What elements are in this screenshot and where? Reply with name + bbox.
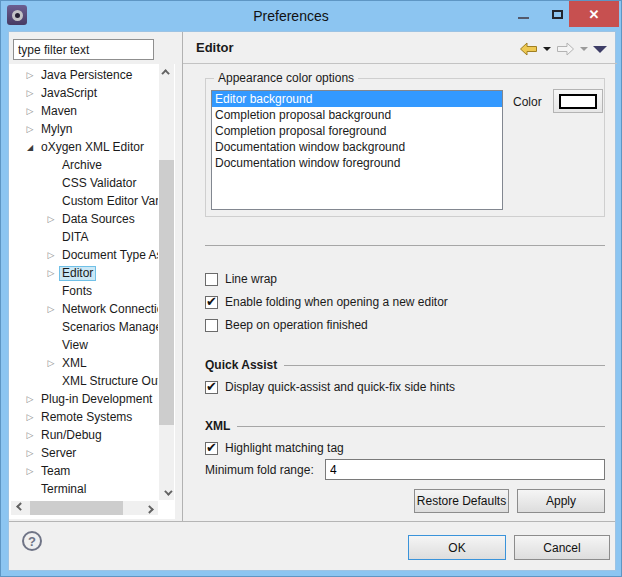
tree-collapsed-icon[interactable]: ▷ — [44, 250, 58, 260]
tree-item[interactable]: ▷Data Sources — [9, 210, 158, 228]
tree-item[interactable]: ▷Document Type Ass — [9, 246, 158, 264]
editor-general-options: Line wrapEnable folding when opening a n… — [205, 271, 605, 340]
color-picker-button[interactable] — [553, 89, 603, 113]
tree-item[interactable]: ▷Editor — [9, 264, 158, 282]
tree-item[interactable]: View — [9, 336, 158, 354]
maximize-button[interactable] — [543, 1, 571, 27]
tree-item[interactable]: ▷Remote Systems — [9, 408, 158, 426]
tree-item[interactable]: ▷Maven — [9, 102, 158, 120]
tree-item-label: Team — [38, 464, 73, 479]
tree-collapsed-icon[interactable]: ▷ — [23, 430, 37, 440]
scroll-right-button[interactable] — [143, 501, 158, 515]
color-option[interactable]: Documentation window background — [212, 139, 502, 155]
checkbox[interactable] — [205, 273, 218, 286]
tree-item[interactable]: Scenarios Managem — [9, 318, 158, 336]
checkbox-label: Line wrap — [225, 272, 277, 286]
tree-collapsed-icon[interactable]: ▷ — [23, 448, 37, 458]
checkbox-label: Display quick-assist and quick-fix side … — [225, 380, 455, 394]
checkbox-label: Highlight matching tag — [225, 441, 344, 455]
tree-collapsed-icon[interactable]: ▷ — [23, 88, 37, 98]
checkbox[interactable] — [205, 381, 218, 394]
tree-item[interactable]: Terminal — [9, 480, 158, 498]
vertical-scroll-thumb[interactable] — [159, 160, 174, 425]
filter-input[interactable] — [13, 39, 154, 60]
tree-item[interactable]: ▷Java Persistence — [9, 66, 158, 84]
forward-menu-button[interactable] — [580, 41, 588, 57]
tree-item[interactable]: ▷Team — [9, 462, 158, 480]
color-options-list[interactable]: Editor backgroundCompletion proposal bac… — [211, 90, 503, 210]
color-option[interactable]: Completion proposal background — [212, 107, 502, 123]
checkbox-label: Enable folding when opening a new editor — [225, 295, 448, 309]
scroll-down-button[interactable] — [159, 485, 174, 500]
checkbox[interactable] — [205, 319, 218, 332]
horizontal-scroll-thumb[interactable] — [30, 501, 123, 515]
chevron-right-icon — [145, 505, 153, 513]
back-button[interactable] — [519, 41, 538, 57]
tree-item[interactable]: XML Structure Outli — [9, 372, 158, 390]
gear-icon — [12, 10, 23, 21]
tree-item[interactable]: ▷JavaScript — [9, 84, 158, 102]
checkbox[interactable] — [205, 442, 218, 455]
back-menu-button[interactable] — [543, 41, 551, 57]
close-button[interactable]: ✕ — [569, 1, 619, 27]
chevron-down-icon — [164, 487, 172, 495]
checkbox-row[interactable]: Highlight matching tag — [205, 440, 605, 456]
tree-item[interactable]: Custom Editor Varia — [9, 192, 158, 210]
checkbox-row[interactable]: Line wrap — [205, 271, 605, 287]
tree-collapsed-icon[interactable]: ▷ — [23, 412, 37, 422]
scroll-up-button[interactable] — [159, 64, 174, 79]
apply-button[interactable]: Apply — [517, 489, 605, 513]
tree-item-label: CSS Validator — [59, 176, 139, 191]
forward-button[interactable] — [556, 41, 575, 57]
tree-collapsed-icon[interactable]: ▷ — [44, 358, 58, 368]
tree-item[interactable]: ◢oXygen XML Editor — [9, 138, 158, 156]
section-rule — [237, 426, 605, 427]
tree-collapsed-icon[interactable]: ▷ — [23, 124, 37, 134]
tree-item-label: Document Type Ass — [59, 248, 158, 263]
color-option[interactable]: Editor background — [212, 91, 502, 107]
tree-collapsed-icon[interactable]: ▷ — [44, 304, 58, 314]
tree-item[interactable]: ▷Plug-in Development — [9, 390, 158, 408]
tree-collapsed-icon[interactable]: ▷ — [23, 466, 37, 476]
tree-item[interactable]: Archive — [9, 156, 158, 174]
title-bar[interactable]: Preferences ✕ — [1, 1, 621, 31]
tree-item-label: Plug-in Development — [38, 392, 155, 407]
minimize-button[interactable] — [509, 1, 537, 27]
tree-item[interactable]: ▷Network Connection — [9, 300, 158, 318]
tree-item-label: Java Persistence — [38, 68, 135, 83]
checkbox-row[interactable]: Beep on operation finished — [205, 317, 605, 333]
checkbox[interactable] — [205, 296, 218, 309]
tree-item[interactable]: ▷XML — [9, 354, 158, 372]
tree-collapsed-icon[interactable]: ▷ — [23, 394, 37, 404]
tree-item-label: Scenarios Managem — [59, 320, 158, 335]
tree-collapsed-icon[interactable]: ▷ — [44, 268, 58, 278]
section-rule — [284, 365, 605, 366]
tree-expanded-icon[interactable]: ◢ — [23, 143, 37, 152]
minimum-fold-range-input[interactable] — [325, 459, 605, 480]
color-option[interactable]: Documentation window foreground — [212, 155, 502, 171]
cancel-button[interactable]: Cancel — [514, 535, 610, 560]
tree-item[interactable]: ▷Server — [9, 444, 158, 462]
maximize-icon — [552, 10, 563, 19]
tree-collapsed-icon[interactable]: ▷ — [23, 70, 37, 80]
restore-defaults-button[interactable]: Restore Defaults — [414, 489, 509, 513]
ok-button[interactable]: OK — [408, 535, 506, 560]
tree-collapsed-icon[interactable]: ▷ — [44, 214, 58, 224]
tree-horizontal-scrollbar[interactable] — [11, 501, 158, 515]
view-menu-button[interactable] — [593, 41, 607, 57]
checkbox-row[interactable]: Enable folding when opening a new editor — [205, 294, 605, 310]
tree-item[interactable]: DITA — [9, 228, 158, 246]
tree-item[interactable]: CSS Validator — [9, 174, 158, 192]
checkbox-row[interactable]: Display quick-assist and quick-fix side … — [205, 379, 605, 395]
tree-item[interactable]: ▷Run/Debug — [9, 426, 158, 444]
scroll-left-button[interactable] — [11, 501, 26, 515]
color-option[interactable]: Completion proposal foreground — [212, 123, 502, 139]
tree-item[interactable]: ▷Mylyn — [9, 120, 158, 138]
tree-item-label: Run/Debug — [38, 428, 105, 443]
dialog-body: ▷Java Persistence▷JavaScript▷Maven▷Mylyn… — [8, 31, 616, 571]
tree-vertical-scrollbar[interactable] — [159, 64, 174, 500]
help-button[interactable]: ? — [22, 531, 42, 551]
editor-settings-panel: Editor — [183, 32, 617, 521]
tree-item[interactable]: Fonts — [9, 282, 158, 300]
tree-collapsed-icon[interactable]: ▷ — [23, 106, 37, 116]
